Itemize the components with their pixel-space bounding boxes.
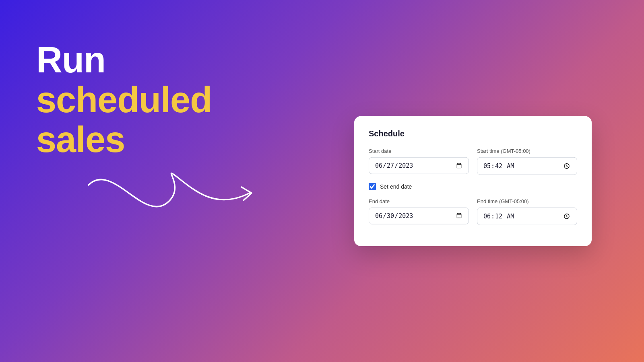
arrow-decoration <box>80 153 282 233</box>
schedule-card: Schedule Start date Start time (GMT-05:0… <box>354 116 592 246</box>
start-date-label: Start date <box>369 148 469 154</box>
start-row: Start date Start time (GMT-05:00) <box>369 148 577 175</box>
start-time-group: Start time (GMT-05:00) <box>477 148 577 175</box>
headline: Run scheduled sales <box>36 40 212 160</box>
headline-scheduled: scheduled <box>36 80 212 120</box>
start-time-label: Start time (GMT-05:00) <box>477 148 577 154</box>
headline-run: Run <box>36 40 212 80</box>
end-time-label: End time (GMT-05:00) <box>477 198 577 204</box>
end-row: End date End time (GMT-05:00) <box>369 198 577 225</box>
end-date-input[interactable] <box>369 208 469 224</box>
start-date-input[interactable] <box>369 157 469 174</box>
end-date-label: End date <box>369 198 469 204</box>
page-background: Run scheduled sales Schedule Start date … <box>0 0 644 362</box>
card-title: Schedule <box>369 129 577 138</box>
start-time-input[interactable] <box>477 157 577 175</box>
set-end-date-checkbox[interactable] <box>369 183 376 190</box>
set-end-date-label: Set end date <box>380 183 412 190</box>
end-date-group: End date <box>369 198 469 225</box>
end-time-input[interactable] <box>477 208 577 225</box>
left-content: Run scheduled sales <box>36 40 212 160</box>
start-date-group: Start date <box>369 148 469 175</box>
set-end-date-row: Set end date <box>369 183 577 190</box>
end-time-group: End time (GMT-05:00) <box>477 198 577 225</box>
